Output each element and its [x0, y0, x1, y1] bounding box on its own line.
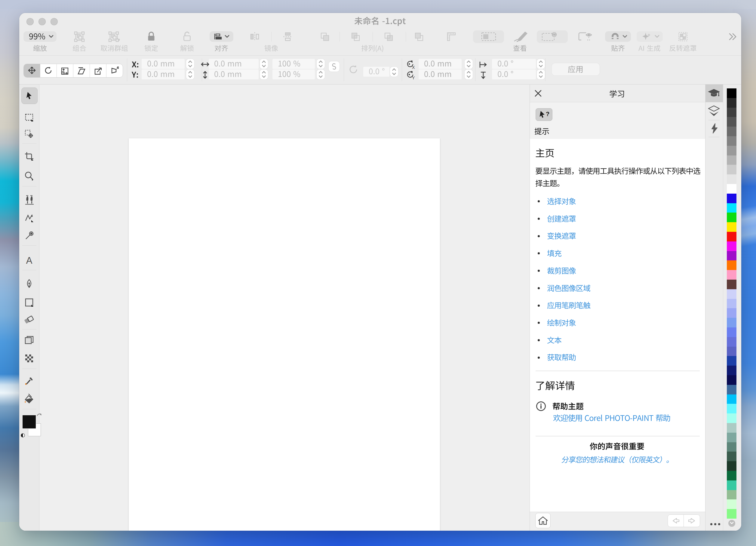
svg-text:?: ? [546, 111, 549, 117]
svg-text:X: X [412, 65, 415, 69]
svg-text:A: A [26, 255, 32, 265]
svg-text:Y: Y [412, 75, 415, 80]
